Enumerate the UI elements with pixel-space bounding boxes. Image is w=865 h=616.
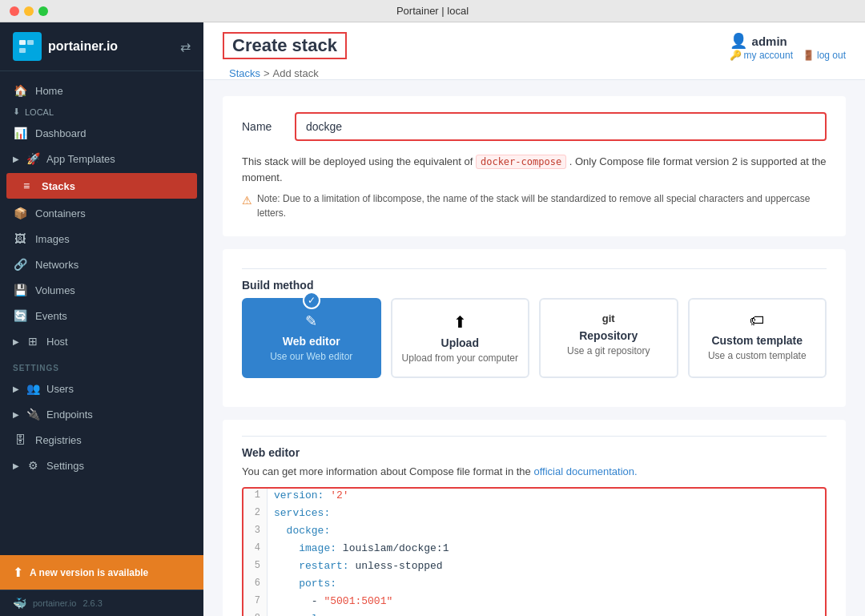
- code-line-8: 8 volumes:: [243, 612, 825, 616]
- sidebar-item-dashboard[interactable]: 📊 Dashboard: [0, 120, 203, 146]
- custom-template-sub: Use a custom template: [699, 350, 816, 361]
- sidebar-item-users[interactable]: ▶ 👥 Users: [0, 376, 203, 401]
- git-icon: git: [550, 312, 667, 324]
- sidebar-item-images[interactable]: 🖼 Images: [0, 226, 203, 252]
- build-methods: ✓ ✎ Web editor Use our Web editor ⬆ Uplo…: [242, 298, 827, 378]
- sidebar-item-label: Stacks: [42, 180, 75, 192]
- local-label: ⬇ LOCAL: [0, 103, 203, 120]
- sidebar-item-label: Events: [35, 310, 67, 322]
- custom-template-title: Custom template: [699, 334, 816, 347]
- main-content: Create stack Stacks > Add stack 👤 admin …: [203, 22, 865, 616]
- registries-icon: 🗄: [13, 433, 27, 446]
- sidebar-item-label: Host: [46, 336, 68, 348]
- networks-icon: 🔗: [13, 258, 27, 271]
- breadcrumb-stacks-link[interactable]: Stacks: [229, 67, 260, 79]
- name-input[interactable]: [295, 112, 827, 141]
- sidebar-item-label: Volumes: [35, 284, 75, 296]
- sidebar-item-label: Users: [46, 383, 74, 395]
- sidebar-logo: portainer.io ⇄: [0, 22, 203, 71]
- sidebar-item-registries[interactable]: 🗄 Registries: [0, 427, 203, 453]
- build-method-section: Build method ✓ ✎ Web editor Use our Web …: [223, 249, 846, 407]
- web-editor-section: Web editor You can get more information …: [223, 420, 846, 616]
- new-version-banner[interactable]: ⬆ A new version is available: [0, 555, 203, 590]
- sidebar-item-app-templates[interactable]: ▶ 🚀 App Templates: [0, 146, 203, 171]
- sidebar-item-networks[interactable]: 🔗 Networks: [0, 252, 203, 277]
- sidebar-item-label: Endpoints: [46, 409, 93, 421]
- web-editor-icon: ✎: [253, 312, 370, 330]
- sidebar-item-volumes[interactable]: 💾 Volumes: [0, 277, 203, 303]
- upload-title: Upload: [402, 336, 519, 349]
- sidebar-item-home[interactable]: 🏠 Home: [0, 78, 203, 103]
- build-method-title: Build method: [242, 268, 827, 298]
- official-documentation-link[interactable]: official documentation.: [533, 465, 637, 477]
- app-container: portainer.io ⇄ 🏠 Home ⬇ LOCAL 📊 Dashboar…: [0, 22, 865, 616]
- chevron-right-icon: ▶: [13, 410, 19, 419]
- sidebar-item-host[interactable]: ▶ ⊞ Host: [0, 328, 203, 354]
- window-controls[interactable]: [10, 6, 48, 16]
- sidebar-item-stacks[interactable]: ≡ Stacks: [6, 173, 197, 199]
- build-card-repository[interactable]: git Repository Use a git repository: [539, 298, 678, 378]
- web-editor-title: Web editor: [253, 335, 370, 348]
- maximize-button[interactable]: [38, 6, 48, 16]
- repository-title: Repository: [550, 329, 667, 342]
- sidebar-item-endpoints[interactable]: ▶ 🔌 Endpoints: [0, 401, 203, 427]
- settings-icon: ⚙: [26, 459, 40, 472]
- my-account-link[interactable]: 🔑 my account: [730, 50, 793, 61]
- images-icon: 🖼: [13, 232, 27, 245]
- svg-rect-0: [19, 40, 26, 45]
- upload-sub: Upload from your computer: [402, 352, 519, 364]
- events-icon: 🔄: [13, 309, 27, 322]
- close-button[interactable]: [10, 6, 19, 16]
- transfer-icon: ⇄: [180, 39, 191, 54]
- svg-rect-1: [27, 40, 34, 45]
- name-row: Name: [242, 112, 827, 141]
- code-line-3: 3 dockge:: [243, 524, 825, 542]
- web-editor-section-title: Web editor: [242, 436, 827, 465]
- sidebar-item-label: App Templates: [46, 153, 115, 165]
- logo-label: portainer.io: [33, 598, 76, 608]
- code-line-2: 2 services:: [243, 506, 825, 524]
- code-editor[interactable]: 1 version: '2' 2 services: 3 dockge: 4 i…: [242, 487, 827, 616]
- sidebar-item-label: Settings: [46, 460, 84, 472]
- logout-icon: 🚪: [803, 50, 815, 61]
- chevron-right-icon: ▶: [13, 461, 19, 470]
- sidebar-item-label: Registries: [35, 434, 82, 446]
- name-label: Name: [242, 120, 282, 133]
- sidebar-navigation: 🏠 Home ⬇ LOCAL 📊 Dashboard ▶ 🚀 App Templ…: [0, 71, 203, 555]
- page-title: Create stack: [232, 35, 337, 56]
- docker-compose-code: docker-compose: [476, 155, 566, 169]
- content-inner: Name This stack will be deployed using t…: [203, 80, 865, 616]
- download-icon: ⬇: [13, 107, 20, 117]
- repository-sub: Use a git repository: [550, 345, 667, 356]
- code-line-5: 5 restart: unless-stopped: [243, 559, 825, 577]
- sidebar-item-label: Images: [35, 233, 70, 245]
- new-version-text: A new version is available: [30, 567, 148, 578]
- sidebar-item-containers[interactable]: 📦 Containers: [0, 200, 203, 226]
- log-out-link[interactable]: 🚪 log out: [803, 50, 846, 61]
- minimize-button[interactable]: [24, 6, 34, 16]
- warning-text: ⚠ Note: Due to a limitation of libcompos…: [242, 191, 827, 220]
- build-card-custom-template[interactable]: 🏷 Custom template Use a custom template: [688, 298, 827, 378]
- sidebar-item-settings[interactable]: ▶ ⚙ Settings: [0, 453, 203, 478]
- admin-section: 👤 admin: [730, 32, 846, 50]
- header-links: 🔑 my account 🚪 log out: [730, 50, 846, 61]
- version-number: 2.6.3: [82, 598, 102, 608]
- code-line-1: 1 version: '2': [243, 489, 825, 506]
- web-editor-sub: Use our Web editor: [253, 351, 370, 362]
- sidebar-item-events[interactable]: 🔄 Events: [0, 303, 203, 328]
- version-bar: 🐳 portainer.io 2.6.3: [0, 590, 203, 616]
- sidebar: portainer.io ⇄ 🏠 Home ⬇ LOCAL 📊 Dashboar…: [0, 22, 203, 616]
- custom-template-icon: 🏷: [699, 312, 816, 329]
- build-card-upload[interactable]: ⬆ Upload Upload from your computer: [391, 298, 530, 378]
- warning-message: Note: Due to a limitation of libcompose,…: [257, 191, 827, 220]
- dashboard-icon: 📊: [13, 127, 27, 139]
- sidebar-item-label: Networks: [35, 259, 78, 271]
- app-templates-icon: 🚀: [26, 152, 40, 165]
- chevron-right-icon: ▶: [13, 155, 19, 163]
- build-card-web-editor[interactable]: ✓ ✎ Web editor Use our Web editor: [242, 298, 381, 378]
- containers-icon: 📦: [13, 207, 27, 219]
- users-icon: 👥: [26, 382, 40, 395]
- sidebar-item-label: Dashboard: [35, 127, 86, 139]
- volumes-icon: 💾: [13, 284, 27, 296]
- code-line-4: 4 image: louislam/dockge:1: [243, 542, 825, 559]
